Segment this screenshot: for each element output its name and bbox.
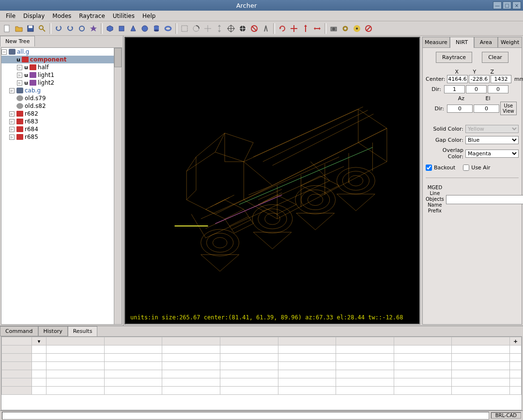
useair-checkbox[interactable]: Use Air xyxy=(463,165,490,171)
tree-item[interactable]: ▹ulight1 xyxy=(1,71,122,79)
center-y-input[interactable] xyxy=(469,75,490,83)
dir-z-input[interactable] xyxy=(488,85,508,93)
open-icon[interactable] xyxy=(14,23,24,34)
tree-item[interactable]: old.s79 xyxy=(1,94,122,102)
overlap-color-select[interactable]: Magenta xyxy=(465,150,519,158)
cube-icon[interactable] xyxy=(105,23,115,34)
az-input[interactable] xyxy=(447,105,473,113)
results-sheet[interactable]: ▾ + xyxy=(1,336,522,410)
target2-icon[interactable] xyxy=(237,23,248,34)
box-icon[interactable] xyxy=(116,23,127,34)
svg-marker-32 xyxy=(279,28,281,30)
radiation-icon[interactable] xyxy=(352,23,362,34)
menu-raytrace[interactable]: Raytrace xyxy=(75,12,109,20)
svg-point-49 xyxy=(213,238,227,248)
svg-marker-9 xyxy=(90,25,97,31)
cylinder-icon[interactable] xyxy=(151,23,162,34)
menu-display[interactable]: Display xyxy=(19,12,48,20)
gap-color-select[interactable]: Blue xyxy=(465,136,519,144)
use-view-button[interactable]: UseView xyxy=(500,102,517,115)
tab-area[interactable]: Area xyxy=(474,37,498,48)
close-button[interactable]: × xyxy=(512,1,521,9)
center-z-input[interactable] xyxy=(491,75,511,83)
tree[interactable]: −all.gucomponent▹uhalf▹ulight1▹ulight2▹c… xyxy=(1,48,122,141)
search-icon[interactable] xyxy=(37,23,47,34)
tab-history[interactable]: History xyxy=(38,326,68,336)
tree-item[interactable]: ▹r684 xyxy=(1,125,122,133)
svg-marker-11 xyxy=(131,26,136,31)
save-icon[interactable] xyxy=(25,23,36,34)
tree-item[interactable]: ▹r683 xyxy=(1,118,122,125)
tab-measure[interactable]: Measure xyxy=(422,37,450,48)
select-icon[interactable] xyxy=(179,23,190,34)
svg-line-61 xyxy=(215,195,282,224)
add-column-button[interactable]: + xyxy=(510,337,522,345)
svg-point-52 xyxy=(265,213,280,225)
move-red-icon[interactable] xyxy=(289,23,299,34)
solid-color-select[interactable]: Yellow xyxy=(465,125,519,133)
scale-red-icon[interactable] xyxy=(300,23,311,34)
cone-icon[interactable] xyxy=(128,23,138,34)
tree-scrollbar[interactable] xyxy=(114,48,122,324)
tab-results[interactable]: Results xyxy=(68,326,98,336)
compass-icon[interactable] xyxy=(261,23,271,34)
redo-icon[interactable] xyxy=(65,23,76,34)
right-panel: Measure NIRT Area Weight Raytrace Clear … xyxy=(421,36,523,326)
cycle-icon[interactable] xyxy=(77,23,87,34)
tree-item[interactable]: −all.g xyxy=(1,48,122,56)
backout-checkbox[interactable]: Backout xyxy=(426,165,455,171)
refresh-icon[interactable] xyxy=(277,23,288,34)
tree-item[interactable]: old.s82 xyxy=(1,102,122,110)
tab-command[interactable]: Command xyxy=(0,326,38,336)
tree-item[interactable]: ▹r685 xyxy=(1,133,122,141)
center-x-input[interactable] xyxy=(447,75,468,83)
minimize-button[interactable]: — xyxy=(493,1,502,9)
svg-marker-23 xyxy=(218,30,221,32)
dir-x-input[interactable] xyxy=(444,85,465,93)
tree-tab[interactable]: New Tree xyxy=(0,36,35,46)
svg-line-46 xyxy=(367,27,370,30)
rotate-icon[interactable] xyxy=(191,23,201,34)
mged-prefix-input[interactable] xyxy=(446,195,523,204)
svg-line-31 xyxy=(252,26,257,31)
svg-point-15 xyxy=(154,30,159,31)
clear-button[interactable]: Clear xyxy=(482,52,508,63)
raytrace-button[interactable]: Raytrace xyxy=(436,52,472,63)
torus-icon[interactable] xyxy=(163,23,173,34)
viewport[interactable]: units:in size:265.67 center:(81.41, 61.3… xyxy=(124,37,420,325)
sphere-icon[interactable] xyxy=(139,23,150,34)
scale-icon[interactable] xyxy=(214,23,225,34)
undo-icon[interactable] xyxy=(53,23,64,34)
wizard-icon[interactable] xyxy=(88,23,99,34)
menu-file[interactable]: File xyxy=(2,12,19,20)
tree-item[interactable]: ▹ulight2 xyxy=(1,79,122,87)
el-input[interactable] xyxy=(474,105,499,113)
tab-nirt[interactable]: NIRT xyxy=(450,37,474,48)
expand-red-icon[interactable] xyxy=(312,23,323,34)
tree-item[interactable]: ▹r682 xyxy=(1,110,122,118)
forbidden-icon[interactable] xyxy=(363,23,374,34)
no-target-icon[interactable] xyxy=(249,23,260,34)
gear-icon[interactable] xyxy=(340,23,351,34)
dir-y-input[interactable] xyxy=(466,85,487,93)
gap-color-label: Gap Color: xyxy=(426,137,465,143)
mged-label: MGED Line ObjectsName Prefix xyxy=(426,185,444,214)
menu-modes[interactable]: Modes xyxy=(48,12,75,20)
svg-point-54 xyxy=(301,190,330,210)
svg-point-48 xyxy=(207,233,233,252)
new-icon[interactable] xyxy=(2,23,13,34)
tree-item[interactable]: ucomponent xyxy=(1,56,122,63)
svg-rect-3 xyxy=(29,26,32,28)
tree-item[interactable]: ▹uhalf xyxy=(1,63,122,71)
tree-item[interactable]: ▹cab.g xyxy=(1,87,122,94)
tab-weight[interactable]: Weight xyxy=(498,37,522,48)
target-icon[interactable] xyxy=(226,23,236,34)
move-icon[interactable] xyxy=(202,23,213,34)
center-label: Center: xyxy=(426,76,446,82)
command-input[interactable] xyxy=(2,412,489,420)
statusbar: BRL-CAD xyxy=(0,410,523,420)
maximize-button[interactable]: □ xyxy=(503,1,511,9)
menu-utilities[interactable]: Utilities xyxy=(109,12,138,20)
menu-help[interactable]: Help xyxy=(138,12,159,20)
camera-icon[interactable] xyxy=(328,23,339,34)
